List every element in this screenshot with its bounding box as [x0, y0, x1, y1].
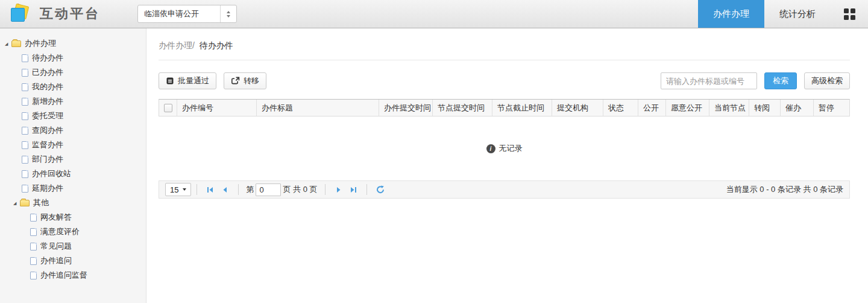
sidebar-item-done[interactable]: 已办办件 — [0, 65, 146, 80]
site-selector-value: 临淄依申请公开 — [138, 8, 220, 19]
column-header-current-node[interactable]: 当前节点 — [709, 100, 749, 116]
sidebar-item-my-cases[interactable]: 我的办件 — [0, 80, 146, 94]
tree-label: 委托受理 — [32, 110, 63, 121]
file-icon — [22, 112, 28, 120]
search-group: 检索 高级检索 — [661, 72, 850, 89]
site-selector-dropdown[interactable]: 临淄依申请公开 — [137, 5, 237, 23]
column-header-submit-time[interactable]: 办件提交时间 — [379, 100, 433, 116]
next-page-button[interactable] — [331, 186, 346, 194]
column-header-case-title[interactable]: 办件标题 — [257, 100, 379, 116]
file-icon — [22, 185, 28, 193]
tree-label: 新增办件 — [32, 96, 63, 107]
sidebar-item-pending[interactable]: 待办办件 — [0, 51, 146, 65]
file-icon — [30, 243, 37, 250]
divider — [159, 60, 850, 60]
tree-label: 满意度评价 — [40, 226, 80, 237]
search-button[interactable]: 检索 — [764, 72, 797, 89]
pager-divider — [366, 184, 367, 195]
column-header-pause[interactable]: 暂停 — [814, 100, 849, 116]
tree-label: 办件回收站 — [32, 168, 71, 179]
breadcrumb-current: 待办办件 — [200, 40, 233, 50]
app-logo-icon — [8, 3, 33, 25]
column-header-submit-org[interactable]: 提交机构 — [552, 100, 603, 116]
column-header-willing-public[interactable]: 愿意公开 — [666, 100, 709, 116]
sidebar-item-netizen-answers[interactable]: 网友解答 — [0, 210, 146, 225]
tree-label: 常见问题 — [40, 241, 72, 252]
apps-grid-button[interactable] — [831, 0, 868, 28]
refresh-icon — [376, 185, 385, 194]
file-icon — [30, 214, 37, 222]
sidebar-item-entrusted[interactable]: 委托受理 — [0, 109, 146, 123]
tree-label: 办件办理 — [25, 38, 56, 49]
header-nav: 办件办理 统计分析 — [698, 0, 868, 28]
batch-icon — [166, 77, 174, 85]
expand-arrow-icon[interactable]: ◢ — [13, 201, 20, 205]
tree-label: 我的办件 — [32, 81, 63, 92]
dropdown-spinner-icon — [220, 5, 236, 22]
info-icon: i — [486, 144, 495, 153]
column-header-forward-read[interactable]: 转阅 — [749, 100, 781, 116]
sidebar-item-review[interactable]: 查阅办件 — [0, 123, 146, 138]
breadcrumb: 办件办理/ 待办办件 — [159, 40, 850, 51]
tree-label: 延期办件 — [32, 183, 63, 194]
sidebar-folder-case-handling[interactable]: ◢ 办件办理 — [0, 36, 146, 51]
page-size-value: 15 — [170, 185, 178, 194]
sidebar-item-department[interactable]: 部门办件 — [0, 152, 146, 167]
batch-approve-button[interactable]: 批量通过 — [159, 72, 216, 89]
transfer-button[interactable]: 转移 — [224, 72, 266, 89]
pager-divider — [238, 184, 239, 195]
select-all-checkbox[interactable] — [164, 104, 172, 112]
sidebar-item-follow-up[interactable]: 办件追问 — [0, 254, 146, 268]
sidebar-item-new-case[interactable]: 新增办件 — [0, 94, 146, 109]
tree-label: 其他 — [33, 197, 49, 208]
table-header-row: 办件编号 办件标题 办件提交时间 节点提交时间 节点截止时间 提交机构 状态 公… — [159, 99, 850, 116]
tree-label: 已办办件 — [32, 67, 63, 78]
sidebar-tree: ◢ 办件办理 待办办件 已办办件 我的办件 新增办件 委 — [0, 28, 146, 303]
sidebar-item-follow-up-supervision[interactable]: 办件追问监督 — [0, 268, 146, 282]
advanced-search-button[interactable]: 高级检索 — [804, 72, 850, 89]
table-empty-state: i 无记录 — [159, 116, 850, 180]
sidebar-item-delayed[interactable]: 延期办件 — [0, 181, 146, 196]
sidebar-item-faq[interactable]: 常见问题 — [0, 239, 146, 254]
folder-icon — [20, 200, 30, 206]
batch-approve-label: 批量通过 — [178, 75, 209, 86]
app-title: 互动平台 — [40, 5, 100, 23]
first-page-button[interactable] — [203, 186, 218, 194]
tree-label: 网友解答 — [40, 212, 72, 223]
transfer-label: 转移 — [244, 75, 259, 86]
column-header-node-deadline[interactable]: 节点截止时间 — [492, 100, 552, 116]
tree-label: 监督办件 — [32, 139, 63, 150]
column-header-node-submit[interactable]: 节点提交时间 — [433, 100, 492, 116]
file-icon — [30, 228, 37, 236]
pager-divider — [325, 184, 326, 195]
page-size-select[interactable]: 15 — [165, 183, 191, 196]
sidebar-item-satisfaction[interactable]: 满意度评价 — [0, 225, 146, 239]
sidebar-folder-other[interactable]: ◢ 其他 — [0, 196, 146, 210]
grid-icon — [844, 8, 855, 20]
expand-arrow-icon[interactable]: ◢ — [5, 42, 11, 46]
file-icon — [22, 170, 28, 178]
page-label-suffix: 页 共 0 页 — [283, 184, 317, 195]
column-header-public[interactable]: 公开 — [638, 100, 666, 116]
page-number-input[interactable] — [256, 183, 281, 196]
column-header-case-number[interactable]: 办件编号 — [177, 100, 257, 116]
sidebar-item-recycle-bin[interactable]: 办件回收站 — [0, 167, 146, 181]
tree-label: 待办办件 — [32, 53, 63, 63]
search-input[interactable] — [661, 72, 757, 89]
main-content: 办件办理/ 待办办件 批量通过 — [146, 28, 868, 303]
tab-statistics[interactable]: 统计分析 — [764, 0, 831, 28]
last-page-button[interactable] — [346, 186, 361, 194]
refresh-button[interactable] — [373, 185, 388, 194]
prev-page-button[interactable] — [218, 186, 233, 194]
tab-case-handling[interactable]: 办件办理 — [698, 0, 764, 28]
first-page-icon — [206, 186, 214, 194]
column-header-urge[interactable]: 催办 — [781, 100, 814, 116]
file-icon — [22, 83, 28, 91]
chevron-down-icon — [183, 188, 186, 191]
file-icon — [22, 54, 28, 62]
tree-label: 部门办件 — [32, 154, 63, 165]
file-icon — [30, 272, 37, 279]
file-icon — [22, 127, 28, 135]
sidebar-item-supervise[interactable]: 监督办件 — [0, 138, 146, 152]
column-header-status[interactable]: 状态 — [603, 100, 638, 116]
